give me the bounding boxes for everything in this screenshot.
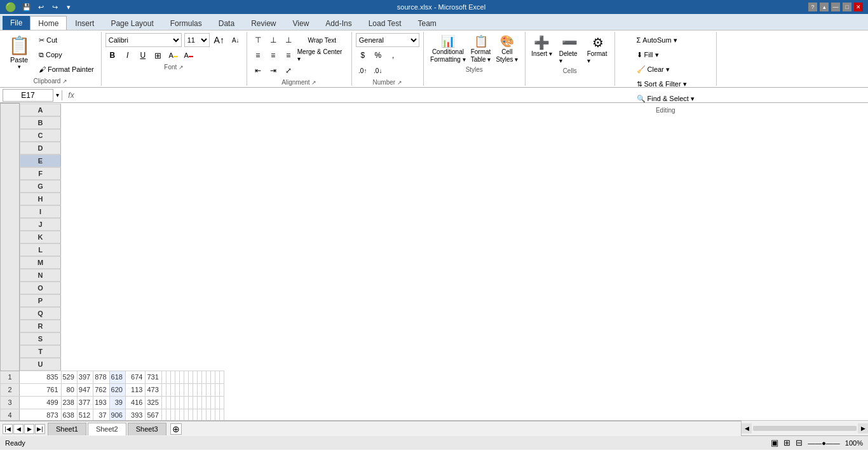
sheet-tab-2[interactable]: Sheet2 xyxy=(88,423,126,435)
cell[interactable] xyxy=(170,396,175,409)
border-button[interactable]: ⊞ xyxy=(151,48,165,62)
cell[interactable]: 325 xyxy=(146,396,161,409)
cell[interactable] xyxy=(206,396,210,409)
cell[interactable] xyxy=(188,383,193,396)
cell[interactable]: 397 xyxy=(77,371,93,383)
paste-button[interactable]: 📋 Paste ▾ xyxy=(4,33,34,72)
cell[interactable]: 731 xyxy=(146,371,161,383)
cell[interactable]: 762 xyxy=(93,383,109,396)
cell[interactable] xyxy=(193,396,197,409)
scroll-right-btn[interactable]: ▶ xyxy=(858,423,868,433)
col-header-N[interactable]: N xyxy=(20,269,61,282)
cell[interactable] xyxy=(166,383,170,396)
cell[interactable]: 473 xyxy=(146,383,161,396)
col-header-C[interactable]: C xyxy=(20,129,61,142)
cell[interactable]: 906 xyxy=(109,409,125,420)
cell-styles-btn[interactable]: 🎨 CellStyles ▾ xyxy=(494,33,519,65)
col-header-E[interactable]: E xyxy=(20,154,61,167)
format-table-btn[interactable]: 📋 FormatTable ▾ xyxy=(470,33,492,65)
cell[interactable] xyxy=(210,371,215,383)
tab-file[interactable]: File xyxy=(3,16,30,30)
cell[interactable] xyxy=(179,409,184,420)
cell[interactable] xyxy=(166,396,170,409)
cell[interactable] xyxy=(201,409,206,420)
fill-btn[interactable]: ⬇ Fill ▾ xyxy=(634,48,698,62)
cut-button[interactable]: ✂ Cut xyxy=(36,33,97,47)
format-cells-btn[interactable]: ⚙ Format ▾ xyxy=(585,33,611,66)
tab-review[interactable]: Review xyxy=(243,16,284,30)
cell[interactable] xyxy=(215,396,219,409)
cell[interactable]: 878 xyxy=(93,371,109,383)
bold-button[interactable]: B xyxy=(105,48,119,62)
col-header-L[interactable]: L xyxy=(20,243,61,256)
autosum-btn[interactable]: Σ AutoSum ▾ xyxy=(634,33,698,47)
row-number-1[interactable]: 1 xyxy=(1,371,20,383)
col-header-F[interactable]: F xyxy=(20,167,61,180)
col-header-Q[interactable]: Q xyxy=(20,307,61,320)
formula-expand-btn[interactable]: ▾ xyxy=(56,92,59,99)
cell[interactable] xyxy=(170,371,175,383)
save-quick-btn[interactable]: 💾 xyxy=(21,1,32,13)
cell[interactable]: 873 xyxy=(20,409,62,420)
cell[interactable] xyxy=(219,383,224,396)
decrease-decimal-btn[interactable]: .0↓ xyxy=(371,64,385,78)
row-number-4[interactable]: 4 xyxy=(1,409,20,420)
conditional-formatting-btn[interactable]: 📊 ConditionalFormatting ▾ xyxy=(429,33,467,65)
cell[interactable] xyxy=(193,409,197,420)
col-header-P[interactable]: P xyxy=(20,294,61,307)
cell[interactable] xyxy=(161,409,166,420)
cell[interactable] xyxy=(188,396,193,409)
cell[interactable] xyxy=(219,371,224,383)
cell[interactable] xyxy=(193,371,197,383)
cell[interactable] xyxy=(201,396,206,409)
decrease-font-btn[interactable]: A↓ xyxy=(229,33,243,47)
tab-home[interactable]: Home xyxy=(30,16,67,30)
cell[interactable]: 193 xyxy=(93,396,109,409)
cell[interactable] xyxy=(206,383,210,396)
sheet-tab-3[interactable]: Sheet3 xyxy=(128,423,166,435)
cell[interactable]: 238 xyxy=(61,396,77,409)
align-center-btn[interactable]: ≡ xyxy=(266,48,280,62)
sheet-nav-prev[interactable]: ◀ xyxy=(13,424,24,434)
cell[interactable] xyxy=(197,409,201,420)
wrap-text-btn[interactable]: Wrap Text xyxy=(297,33,348,47)
tab-formulas[interactable]: Formulas xyxy=(162,16,210,30)
row-number-2[interactable]: 2 xyxy=(1,383,20,396)
ribbon-collapse-btn[interactable]: ▴ xyxy=(820,3,829,11)
col-header-M[interactable]: M xyxy=(20,256,61,269)
sheet-nav-next[interactable]: ▶ xyxy=(24,424,34,434)
cell[interactable]: 499 xyxy=(20,396,62,409)
tab-view[interactable]: View xyxy=(285,16,318,30)
row-number-3[interactable]: 3 xyxy=(1,396,20,409)
col-header-G[interactable]: G xyxy=(20,180,61,193)
font-name-select[interactable]: Calibri xyxy=(105,33,182,47)
cell[interactable] xyxy=(197,383,201,396)
cell[interactable] xyxy=(175,396,179,409)
cell[interactable] xyxy=(184,396,188,409)
cell[interactable]: 529 xyxy=(61,371,77,383)
cell[interactable] xyxy=(170,383,175,396)
cell[interactable] xyxy=(188,371,193,383)
tab-loadtest[interactable]: Load Test xyxy=(360,16,410,30)
formula-input[interactable] xyxy=(80,89,865,102)
cell[interactable] xyxy=(201,383,206,396)
cell[interactable] xyxy=(210,396,215,409)
sheet-nav-last[interactable]: ▶| xyxy=(35,424,45,434)
cell[interactable] xyxy=(215,383,219,396)
cell[interactable]: 567 xyxy=(146,409,161,420)
close-btn[interactable]: ✕ xyxy=(854,3,863,11)
cell[interactable] xyxy=(188,409,193,420)
cell[interactable] xyxy=(161,383,166,396)
tab-page-layout[interactable]: Page Layout xyxy=(102,16,161,30)
cell[interactable] xyxy=(219,409,224,420)
find-select-btn[interactable]: 🔍 Find & Select ▾ xyxy=(634,92,698,106)
cell[interactable] xyxy=(206,371,210,383)
col-header-A[interactable]: A xyxy=(20,104,61,116)
tab-data[interactable]: Data xyxy=(210,16,243,30)
align-right-btn[interactable]: ≡ xyxy=(281,48,295,62)
fill-color-btn[interactable]: A▬ xyxy=(166,48,180,62)
scroll-thumb[interactable] xyxy=(753,426,857,431)
increase-font-btn[interactable]: A↑ xyxy=(212,33,226,47)
horizontal-scroll-bar[interactable]: ◀ ▶ xyxy=(741,421,868,435)
comma-btn[interactable]: , xyxy=(386,48,400,62)
